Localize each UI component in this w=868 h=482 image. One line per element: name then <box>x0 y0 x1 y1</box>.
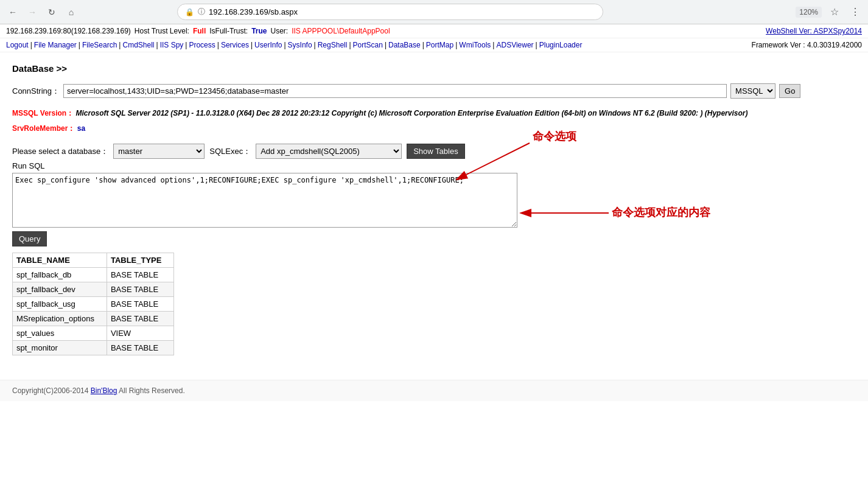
table-cell: VIEW <box>107 326 174 341</box>
nav-separator: | <box>455 41 457 49</box>
nav-separator: | <box>349 41 351 49</box>
nav-link-database[interactable]: DataBase <box>388 41 421 49</box>
table-cell: spt_monitor <box>13 341 107 355</box>
table-cell: spt_fallback_db <box>13 268 107 282</box>
db-select-label: Please select a database： <box>12 146 108 157</box>
nav-separator: | <box>284 41 285 49</box>
table-cell: BASE TABLE <box>107 341 174 355</box>
forward-button[interactable]: → <box>24 4 40 20</box>
srvrole-label: SrvRoleMember： <box>12 124 75 133</box>
table-cell: BASE TABLE <box>107 297 174 312</box>
webshell-ver[interactable]: WebShell Ver: ASPXSpy2014 <box>766 27 862 35</box>
footer-suffix: All Rights Reserved. <box>117 386 184 395</box>
nav-link-process[interactable]: Process <box>189 41 215 49</box>
table-row: spt_fallback_dbBASE TABLE <box>13 268 174 282</box>
connstring-row: ConnString： MSSQL MySQL Oracle Go <box>12 83 856 99</box>
framework-ver: Framework Ver : 4.0.30319.42000 <box>752 41 862 49</box>
table-cell: spt_fallback_dev <box>13 282 107 297</box>
sqlexec-select[interactable]: Add xp_cmdshell(SQL2005) Show Tables Oth… <box>256 144 402 159</box>
nav-link-sysinfo[interactable]: SysInfo <box>288 41 312 49</box>
home-button[interactable]: ⌂ <box>63 4 79 20</box>
browser-toolbar: ← → ↻ ⌂ 🔒 ⓘ 120% ☆ ⋮ <box>0 0 868 24</box>
nav-separator: | <box>217 41 219 49</box>
sqlexec-label: SQLExec： <box>209 146 251 157</box>
version-label: MSSQL Version： <box>12 109 74 117</box>
table-row: spt_fallback_usgBASE TABLE <box>13 297 174 312</box>
nav-separator: | <box>119 41 121 49</box>
is-full-trust-label: IsFull-Trust: <box>209 27 248 35</box>
col-table-type: TABLE_TYPE <box>107 253 174 268</box>
show-tables-button[interactable]: Show Tables <box>407 144 464 159</box>
col-table-name: TABLE_NAME <box>13 253 107 268</box>
page-title: DataBase >> <box>12 63 856 74</box>
table-cell: BASE TABLE <box>107 282 174 297</box>
connstring-input[interactable] <box>63 84 727 98</box>
nav-link-adsviewer[interactable]: ADSViewer <box>496 41 533 49</box>
nav-links-left: Logout | File Manager | FileSearch | Cmd… <box>6 41 582 49</box>
bookmark-button[interactable]: ☆ <box>827 4 842 20</box>
nav-separator: | <box>492 41 494 49</box>
nav-separator: | <box>385 41 387 49</box>
db-type-select[interactable]: MSSQL MySQL Oracle <box>730 83 775 99</box>
nav-separator: | <box>185 41 187 49</box>
trust-level: Full <box>193 27 206 35</box>
zoom-level: 120% <box>796 7 822 18</box>
nav-link-portmap[interactable]: PortMap <box>426 41 453 49</box>
version-text: Microsoft SQL Server 2012 (SP1) - 11.0.3… <box>75 109 747 117</box>
host-trust-label: Host Trust Level: <box>135 27 189 35</box>
database-select[interactable]: master <box>113 144 205 159</box>
nav-link-filesearch[interactable]: FileSearch <box>82 41 117 49</box>
main-content: DataBase >> ConnString： MSSQL MySQL Orac… <box>0 52 868 362</box>
footer-text: Copyright(C)2006-2014 <box>12 386 91 395</box>
back-button[interactable]: ← <box>5 4 21 20</box>
results-table: TABLE_NAME TABLE_TYPE spt_fallback_dbBAS… <box>12 253 174 355</box>
nav-separator: | <box>30 41 32 49</box>
info-icon: ⓘ <box>198 7 205 17</box>
user-label: User: <box>270 27 288 35</box>
table-cell: spt_values <box>13 326 107 341</box>
db-select-row: Please select a database： master SQLExec… <box>12 144 856 159</box>
table-cell: spt_fallback_usg <box>13 297 107 312</box>
footer-link[interactable]: Bin'Blog <box>91 386 117 395</box>
info-bar-left: 192.168.239.169:80(192.168.239.169) Host… <box>6 27 390 35</box>
nav-link-cmdshell[interactable]: CmdShell <box>122 41 154 49</box>
browser-chrome: ← → ↻ ⌂ 🔒 ⓘ 120% ☆ ⋮ <box>0 0 868 24</box>
query-button[interactable]: Query <box>12 231 47 246</box>
connstring-label: ConnString： <box>12 86 60 97</box>
refresh-button[interactable]: ↻ <box>44 4 60 20</box>
nav-link-iis-spy[interactable]: IIS Spy <box>160 41 184 49</box>
nav-link-services[interactable]: Services <box>221 41 249 49</box>
sql-textarea[interactable] <box>12 173 517 228</box>
go-button[interactable]: Go <box>779 84 800 98</box>
nav-separator: | <box>251 41 253 49</box>
footer: Copyright(C)2006-2014 Bin'Blog All Right… <box>0 380 868 401</box>
page-wrapper: 192.168.239.169:80(192.168.239.169) Host… <box>0 24 868 401</box>
nav-separator: | <box>536 41 537 49</box>
info-bar: 192.168.239.169:80(192.168.239.169) Host… <box>0 24 868 38</box>
shield-icon: 🔒 <box>185 8 194 16</box>
nav-link-wmitools[interactable]: WmiTools <box>459 41 491 49</box>
is-full-trust-value: True <box>251 27 267 35</box>
address-bar-container: 🔒 ⓘ <box>177 4 603 20</box>
table-cell: MSreplication_options <box>13 312 107 326</box>
browser-right: 120% ☆ ⋮ <box>796 4 863 20</box>
table-cell: BASE TABLE <box>107 268 174 282</box>
nav-link-portscan[interactable]: PortScan <box>353 41 383 49</box>
nav-separator: | <box>422 41 424 49</box>
srvrole-value: sa <box>77 124 85 133</box>
menu-button[interactable]: ⋮ <box>847 4 863 20</box>
address-input[interactable] <box>209 7 595 16</box>
nav-link-file-manager[interactable]: File Manager <box>34 41 77 49</box>
run-sql-label: Run SQL <box>12 161 856 170</box>
nav-link-regshell[interactable]: RegShell <box>318 41 348 49</box>
version-info: MSSQL Version： Microsoft SQL Server 2012… <box>12 108 856 119</box>
nav-link-userinfo[interactable]: UserInfo <box>254 41 282 49</box>
nav-separator: | <box>314 41 316 49</box>
nav-link-logout[interactable]: Logout <box>6 41 29 49</box>
table-row: spt_valuesVIEW <box>13 326 174 341</box>
srvrole-info: SrvRoleMember： sa <box>12 124 856 134</box>
table-cell: BASE TABLE <box>107 312 174 326</box>
nav-links-bar: Logout | File Manager | FileSearch | Cmd… <box>0 38 868 52</box>
table-row: spt_fallback_devBASE TABLE <box>13 282 174 297</box>
nav-link-pluginloader[interactable]: PluginLoader <box>539 41 583 49</box>
